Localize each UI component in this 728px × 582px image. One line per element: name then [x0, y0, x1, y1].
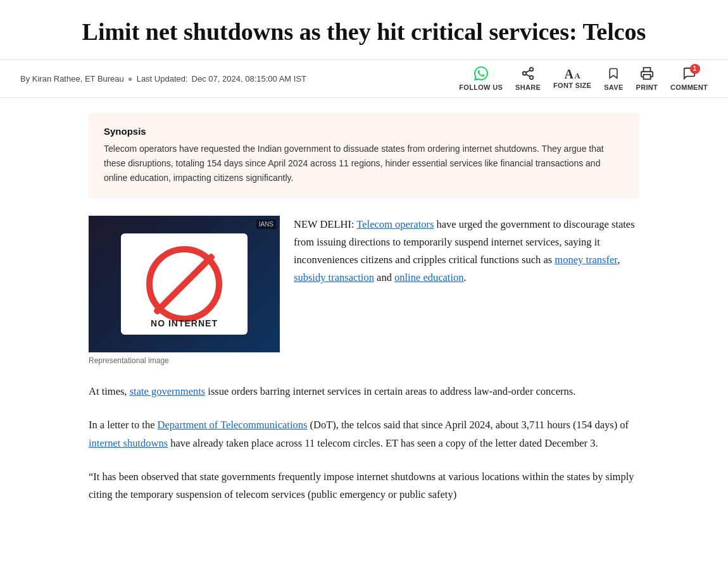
font-size-label: FONT SIZE	[553, 82, 591, 89]
font-size-button[interactable]: AA FONT SIZE	[553, 68, 591, 89]
svg-point-1	[523, 71, 527, 75]
synopsis-heading: Synopsis	[104, 126, 624, 137]
last-updated-label: Last Updated:	[137, 74, 188, 84]
print-label: PRINT	[636, 84, 658, 91]
article-image: NO INTERNET IANS	[89, 216, 280, 352]
print-button[interactable]: PRINT	[636, 66, 658, 91]
state-governments-link[interactable]: state governments	[130, 385, 206, 397]
synopsis-text: Telecom operators have requested the Ind…	[104, 142, 624, 185]
comma-sep: ,	[617, 254, 620, 266]
no-internet-sign	[146, 246, 222, 322]
and-sep: and	[374, 271, 394, 283]
period1: .	[464, 271, 467, 283]
paragraph3: In a letter to the Department of Telecom…	[89, 416, 639, 453]
phone-display: NO INTERNET	[121, 233, 248, 335]
article-image-wrap: NO INTERNET IANS Representational image	[89, 216, 280, 365]
font-size-icon: AA	[564, 68, 580, 80]
dot-link[interactable]: Department of Telecommunications	[158, 419, 308, 431]
svg-line-3	[526, 74, 530, 77]
comment-icon: 1	[682, 66, 696, 82]
comment-label: COMMENT	[670, 84, 708, 91]
telecom-operators-link[interactable]: Telecom operators	[356, 218, 434, 230]
last-updated-date: Dec 07, 2024, 08:15:00 AM IST	[192, 74, 306, 84]
save-button[interactable]: SAVE	[604, 66, 623, 91]
synopsis-box: Synopsis Telecom operators have requeste…	[89, 113, 639, 198]
money-transfer-link[interactable]: money transfer	[555, 254, 617, 266]
toolbar-actions: FOLLOW US SHARE AA FONT SIZE	[459, 66, 708, 91]
meta-bar: By Kiran Rathee, ET Bureau ● Last Update…	[0, 60, 728, 98]
content-area: Synopsis Telecom operators have requeste…	[89, 98, 639, 545]
image-text-block: NO INTERNET IANS Representational image …	[89, 216, 639, 365]
paragraph4: “It has been observed that state governm…	[89, 468, 639, 505]
whatsapp-icon	[474, 66, 488, 82]
svg-line-4	[526, 70, 530, 73]
share-label: SHARE	[515, 84, 541, 91]
svg-point-2	[530, 75, 534, 79]
p2-before: At times,	[89, 385, 130, 397]
comment-count-badge: 1	[690, 64, 700, 74]
p4-text: “It has been observed that state governm…	[89, 471, 634, 501]
save-label: SAVE	[604, 84, 623, 91]
article-title: Limit net shutdowns as they hit critical…	[51, 18, 677, 47]
follow-us-button[interactable]: FOLLOW US	[459, 66, 503, 91]
no-internet-label: NO INTERNET	[151, 318, 218, 328]
share-button[interactable]: SHARE	[515, 66, 541, 91]
comment-button[interactable]: 1 COMMENT	[670, 66, 708, 91]
image-source-label: IANS	[256, 220, 276, 229]
article-body: At times, state governments issue orders…	[89, 383, 639, 504]
article-byline: By Kiran Rathee, ET Bureau ● Last Update…	[20, 74, 306, 84]
first-paragraph: NEW DELHI: Telecom operators have urged …	[294, 216, 639, 287]
subsidy-transaction-link[interactable]: subsidy transaction	[294, 271, 374, 283]
author-text: By Kiran Rathee, ET Bureau	[20, 74, 124, 84]
p3-middle: (DoT), the telcos said that since April …	[307, 419, 629, 431]
p2-after: issue orders barring internet services i…	[205, 385, 575, 397]
follow-us-label: FOLLOW US	[459, 84, 503, 91]
share-icon	[521, 66, 535, 82]
separator: ●	[128, 74, 133, 84]
p3-before: In a letter to the	[89, 419, 158, 431]
paragraph2: At times, state governments issue orders…	[89, 383, 639, 401]
svg-rect-5	[643, 74, 650, 78]
print-icon	[640, 66, 654, 82]
save-icon	[607, 66, 620, 82]
image-caption: Representational image	[89, 356, 280, 365]
internet-shutdowns-link[interactable]: internet shutdowns	[89, 437, 168, 449]
paragraph1-before-link1: NEW DELHI:	[294, 218, 356, 230]
online-education-link1[interactable]: online education	[394, 271, 464, 283]
p3-after: have already taken place across 11 telec…	[168, 437, 598, 449]
article-header: Limit net shutdowns as they hit critical…	[0, 0, 728, 60]
svg-point-0	[530, 67, 534, 71]
